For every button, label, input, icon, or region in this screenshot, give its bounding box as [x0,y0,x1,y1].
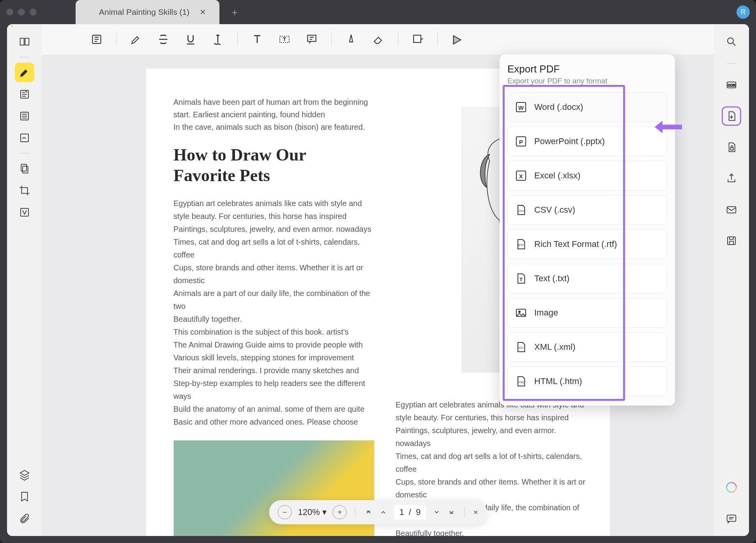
window-minimize-button[interactable] [18,9,25,16]
annotate-tool-button[interactable] [15,85,34,104]
search-button[interactable] [722,32,741,51]
first-page-button[interactable] [364,508,373,517]
callout-tool[interactable] [304,32,320,47]
svg-text:P: P [519,139,523,145]
separator [398,33,398,46]
bookmark-button[interactable] [15,487,34,506]
save-button[interactable] [722,231,741,250]
separator [116,33,117,46]
export-item-label: HTML (.htm) [534,376,582,386]
prev-page-button[interactable] [379,508,388,517]
tab-title: Animal Painting Skills (1) [99,7,189,17]
current-page: 1 [399,507,404,517]
body-text: Egyptian art celebrates animals like cat… [173,197,374,428]
zoom-level[interactable]: 120% ▾ [298,507,327,517]
separator [20,153,29,153]
zoom-out-button[interactable]: − [278,505,292,519]
separator [237,33,238,46]
export-button[interactable] [722,106,741,126]
app-logo[interactable] [722,478,741,497]
svg-text:RTF: RTF [518,243,524,247]
comments-button[interactable] [722,509,741,528]
svg-rect-4 [23,166,28,173]
powerpoint-icon: P [515,135,527,148]
svg-text:X: X [519,173,523,180]
share-button[interactable] [722,169,741,188]
svg-text:CSV: CSV [518,209,525,213]
stamp-tool[interactable] [449,32,465,47]
separator [464,506,465,518]
export-image-option[interactable]: Image [507,298,667,328]
export-panel: Export PDF Export your PDF to any format… [500,55,675,405]
eraser-tool[interactable] [371,32,386,47]
active-indicator-dot [11,25,13,27]
export-subtitle: Export your PDF to any format [507,77,667,85]
highlight-tool[interactable] [128,32,144,47]
last-page-button[interactable] [447,508,456,517]
ocr-tool-button[interactable] [15,203,34,222]
svg-rect-9 [413,35,421,42]
textbox-tool[interactable] [277,32,292,47]
export-word-option[interactable]: W Word (.docx) [507,92,667,122]
sign-tool-button[interactable] [15,128,34,148]
main-area: Animals have been part of human art from… [42,24,714,536]
separator [355,506,356,518]
page-input-group[interactable]: 1 / 9 [394,505,426,520]
underline-tool[interactable] [183,32,198,47]
user-avatar[interactable]: R [737,5,750,19]
new-tab-button[interactable]: ＋ [230,5,240,19]
app-window: Animal Painting Skills (1) ✕ ＋ R [0,0,756,543]
squiggly-tool[interactable] [210,32,226,47]
window-close-button[interactable] [6,9,13,16]
tutorial-arrow [655,118,682,136]
tab-close-button[interactable]: ✕ [197,7,208,17]
svg-text:W: W [518,105,524,111]
svg-rect-3 [21,164,26,171]
email-button[interactable] [722,200,741,219]
html-icon: HTML [515,375,527,388]
export-html-option[interactable]: HTML HTML (.htm) [507,367,667,396]
close-pager-button[interactable]: ✕ [473,509,478,516]
export-rtf-option[interactable]: RTF Rich Text Format (.rtf) [507,229,667,259]
svg-text:</>: </> [518,346,524,350]
note-tool[interactable] [89,32,104,47]
total-pages: 9 [416,507,420,517]
export-text-option[interactable]: T Text (.txt) [507,264,667,293]
strikethrough-tool[interactable] [155,32,171,47]
export-item-label: Word (.docx) [534,102,583,112]
reader-mode-button[interactable] [15,32,34,51]
highlighter-tool-button[interactable] [15,63,34,82]
layers-button[interactable] [15,465,34,485]
text-tool[interactable] [249,32,265,47]
next-page-button[interactable] [432,508,441,517]
svg-text:T: T [519,277,523,282]
zoom-in-button[interactable]: + [333,505,347,519]
page-separator: / [409,507,411,517]
attachment-button[interactable] [15,509,34,528]
export-powerpoint-option[interactable]: P PowerPoint (.pptx) [507,127,667,156]
document-tab[interactable]: Animal Painting Skills (1) ✕ [76,0,219,24]
crop-tool-button[interactable] [15,181,34,200]
export-xml-option[interactable]: </> XML (.xml) [507,332,667,362]
ocr-button[interactable]: OCR [722,75,741,95]
export-excel-option[interactable]: X Excel (.xlsx) [507,161,667,190]
export-item-label: XML (.xml) [534,342,576,352]
forms-tool-button[interactable] [15,106,34,126]
svg-rect-27 [731,148,734,150]
organize-pages-button[interactable] [15,159,34,178]
separator [727,63,736,63]
separator [331,33,332,46]
export-csv-option[interactable]: CSV CSV (.csv) [507,195,667,225]
svg-rect-8 [307,35,316,41]
protect-button[interactable] [722,138,741,157]
window-maximize-button[interactable] [30,9,37,16]
export-item-label: CSV (.csv) [534,205,575,215]
export-item-label: Excel (.xlsx) [534,171,581,181]
export-item-label: Image [534,308,558,318]
export-item-label: Text (.txt) [534,273,569,284]
app-body: Animals have been part of human art from… [7,24,749,536]
shape-tool[interactable] [410,32,426,47]
csv-icon: CSV [515,204,527,216]
pen-tool[interactable] [343,32,359,47]
left-sidebar [7,24,42,536]
